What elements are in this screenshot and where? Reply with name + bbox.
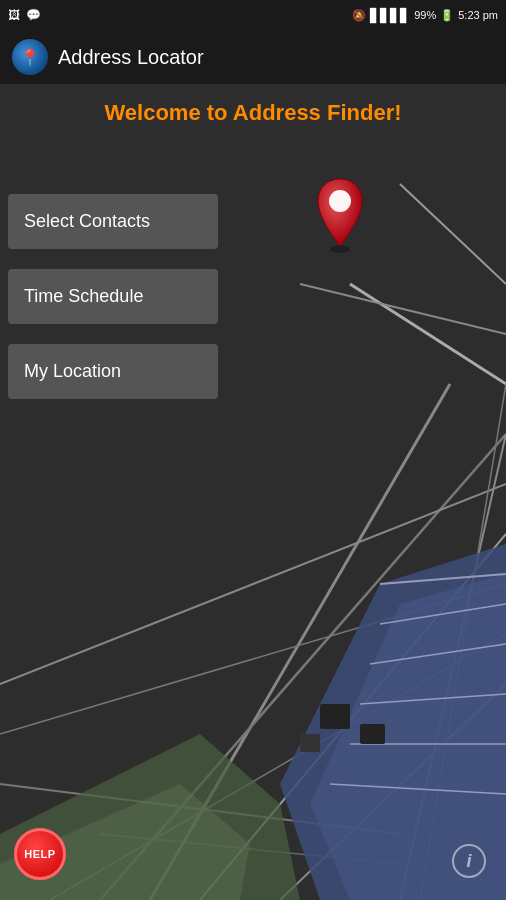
app-bar: Address Locator: [0, 30, 506, 84]
message-icon: 💬: [26, 8, 41, 22]
signal-icon: ▋▋▋▋: [370, 8, 410, 23]
time-schedule-button[interactable]: Time Schedule: [8, 269, 218, 324]
battery-percent: 99%: [414, 9, 436, 21]
location-pin: [310, 174, 370, 258]
app-title: Address Locator: [58, 46, 204, 69]
svg-rect-27: [300, 734, 320, 752]
help-button[interactable]: HELP: [14, 828, 66, 880]
right-status-icons: 🔕 ▋▋▋▋ 99% 🔋 5:23 pm: [352, 8, 498, 23]
svg-rect-25: [320, 704, 350, 729]
my-location-button[interactable]: My Location: [8, 344, 218, 399]
mute-icon: 🔕: [352, 9, 366, 22]
svg-rect-26: [360, 724, 385, 744]
select-contacts-button[interactable]: Select Contacts: [8, 194, 218, 249]
app-icon: [12, 39, 48, 75]
svg-point-29: [329, 190, 351, 212]
info-icon[interactable]: i: [452, 844, 486, 878]
main-content: Welcome to Address Finder! Select Contac…: [0, 84, 506, 900]
status-bar: 🖼 💬 🔕 ▋▋▋▋ 99% 🔋 5:23 pm: [0, 0, 506, 30]
welcome-text: Welcome to Address Finder!: [0, 100, 506, 126]
left-status-icons: 🖼 💬: [8, 8, 41, 22]
battery-icon: 🔋: [440, 9, 454, 22]
time-display: 5:23 pm: [458, 9, 498, 21]
photo-icon: 🖼: [8, 8, 20, 22]
